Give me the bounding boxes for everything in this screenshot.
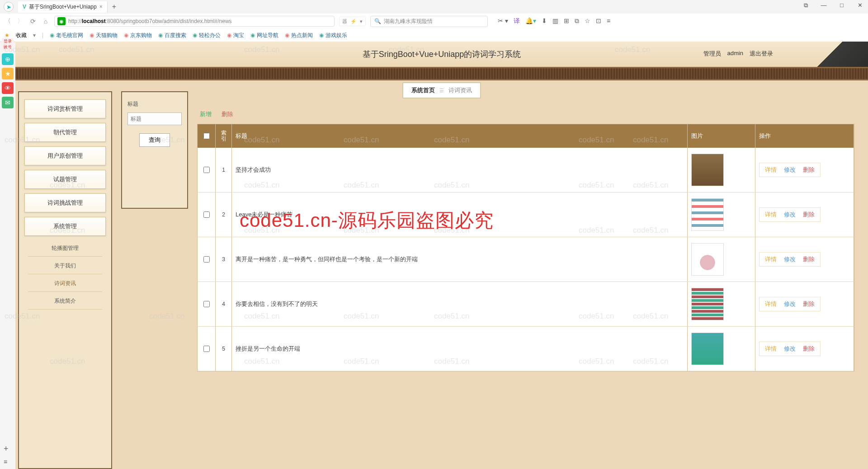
menu-icon[interactable]: ≡: [607, 17, 610, 25]
forward-button[interactable]: 〉: [16, 17, 24, 25]
window-pin-icon[interactable]: ⧉: [799, 2, 812, 9]
bookmark-item[interactable]: ◉天猫购物: [90, 32, 118, 39]
app-root: 基于SringBoot+Vue+Uniapp的诗词学习系统 管理员 admin …: [15, 42, 868, 42]
app-header: 基于SringBoot+Vue+Uniapp的诗词学习系统 管理员 admin …: [15, 42, 868, 42]
bookmark-icon: ◉: [227, 32, 231, 38]
url-text: http://localhost:8080/springbootb7obw/ad…: [68, 18, 232, 24]
window-maximize-icon[interactable]: □: [835, 2, 848, 9]
window-minimize-icon[interactable]: —: [817, 2, 830, 9]
bookmark-item[interactable]: ◉热点新闻: [285, 32, 313, 39]
close-tab-icon[interactable]: ×: [99, 4, 103, 10]
home-button[interactable]: ⌂: [42, 18, 50, 25]
browser-chrome: ➤ V 基于SringBoot+Vue+Uniapp × + ⧉ — □ ✕ 〈…: [0, 0, 868, 42]
star-icon[interactable]: ☆: [585, 17, 590, 25]
bookmarks-label: 收藏: [16, 32, 27, 39]
vue-favicon-icon: V: [23, 4, 26, 10]
bookmark-item[interactable]: ◉淘宝: [227, 32, 244, 39]
browser-side-rail: 登录账号 ⊕ ★ 👁 ✉ + ≡: [0, 36, 15, 42]
ext3-icon[interactable]: ⧉: [575, 17, 579, 25]
new-tab-button[interactable]: +: [108, 3, 121, 11]
download-icon[interactable]: ⬇: [542, 17, 547, 25]
bookmark-item[interactable]: ◉老毛桃官网: [50, 32, 83, 39]
search-icon: 🔍: [374, 18, 381, 24]
ext1-icon[interactable]: ▥: [552, 17, 558, 25]
tab-bar: ➤ V 基于SringBoot+Vue+Uniapp × + ⧉ — □ ✕: [0, 0, 868, 14]
bookmark-item[interactable]: ◉轻松办公: [193, 32, 221, 39]
bookmark-item[interactable]: ◉网址导航: [250, 32, 278, 39]
toolbar-icons: ✂ ▾ 译 🔔▾ ⬇ ▥ ⊞ ⧉ ☆ ⊡ ≡: [498, 17, 610, 25]
window-controls: ⧉ — □ ✕: [799, 2, 866, 9]
back-button[interactable]: 〈: [4, 17, 12, 25]
translate-icon[interactable]: 译: [514, 17, 520, 25]
ext2-icon[interactable]: ⊞: [564, 17, 569, 25]
browser-tab[interactable]: V 基于SringBoot+Vue+Uniapp ×: [18, 1, 108, 13]
bookmarks-bar: ★ 收藏 ▾ | ◉老毛桃官网 ◉天猫购物 ◉京东购物 ◉百度搜索 ◉轻松办公 …: [0, 29, 868, 42]
bookmark-item[interactable]: ◉京东购物: [124, 32, 152, 39]
url-badge[interactable]: 器 ⚡ ▾: [339, 17, 366, 26]
bookmark-icon: ◉: [90, 32, 94, 38]
bookmarks-dropdown-icon[interactable]: ▾: [33, 32, 36, 38]
grid-icon[interactable]: ⊡: [596, 17, 601, 25]
search-field[interactable]: 🔍 湖南九峰水库现险情: [370, 16, 488, 27]
rail-badge[interactable]: 登录账号: [2, 38, 14, 42]
bookmark-icon: ◉: [193, 32, 197, 38]
bookmark-item[interactable]: ◉游戏娱乐: [319, 32, 347, 39]
bookmark-icon: ◉: [285, 32, 289, 38]
bookmark-icon: ◉: [124, 32, 128, 38]
bookmark-icon: ◉: [50, 32, 54, 38]
search-placeholder: 湖南九峰水库现险情: [384, 18, 433, 25]
bookmark-icon: ◉: [250, 32, 255, 38]
browser-logo-icon: ➤: [4, 2, 14, 12]
url-field[interactable]: ◉ http://localhost:8080/springbootb7obw/…: [54, 16, 335, 27]
scissors-icon[interactable]: ✂ ▾: [498, 17, 508, 25]
tab-title: 基于SringBoot+Vue+Uniapp: [29, 3, 97, 11]
address-bar: 〈 〉 ⟳ ⌂ ◉ http://localhost:8080/springbo…: [0, 14, 868, 29]
bookmark-icon: ◉: [158, 32, 163, 38]
reload-button[interactable]: ⟳: [29, 18, 37, 25]
roof-decoration-icon: [796, 42, 868, 42]
window-close-icon[interactable]: ✕: [854, 2, 866, 9]
shield-icon: ◉: [57, 17, 66, 25]
notify-icon[interactable]: 🔔▾: [525, 17, 536, 25]
bookmark-item[interactable]: ◉百度搜索: [158, 32, 186, 39]
bookmark-icon: ◉: [319, 32, 324, 38]
